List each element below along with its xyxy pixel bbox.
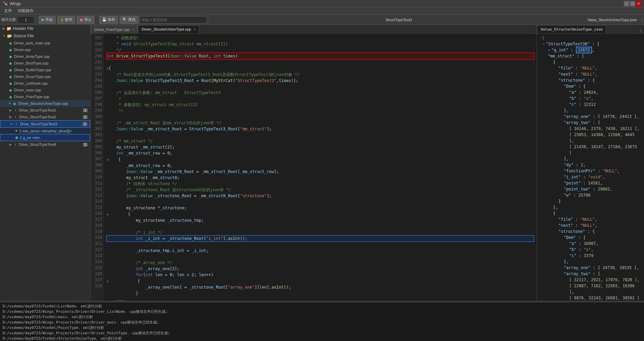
file-driver-auto-main[interactable]: ◉ Driver_auto_main.cpp [0,40,90,46]
json-structone: "Dem" : { "a" : 24024, "b" : "u", "c" : … [558,83,641,198]
cpp-icon: ◉ [8,54,13,59]
left-panel: ▶ 📁 Header File ▼ 📂 Source File ◉ Driver… [0,25,91,301]
expand-icon[interactable]: ⟩ [641,17,643,22]
mm-struct-param[interactable]: ✦ 1 mm_struct <structmy_struct[]> [0,128,90,134]
json-dem2: "a" : 16987, "b" : "x", "c" : 3379 [564,241,641,259]
json-tab-label: Value_StructorUnionType.json [541,27,603,32]
pause-button[interactable]: ⏸ 暂停 [57,16,75,24]
right-panel: Value_StructorUnionType.json ⟩ -{ →"Stru… [537,25,644,301]
toolbar-sep1 [36,16,37,23]
close-icon[interactable]: × [194,28,196,31]
menu-file[interactable]: 文件 [1,7,15,14]
test4-item[interactable]: ▶ Ⅰ Drive_StructTypeTest4 1 [0,141,90,148]
maximize-btn[interactable]: □ [630,1,635,6]
mm-struct-label: 1 mm_struct <structmy_struct[]> [19,129,72,133]
cpp-icon: ◉ [8,88,13,92]
file-listnode[interactable]: ◉ Driver_ListNode.cpp [0,80,90,87]
menubar: 文件 功能操作 [0,7,644,15]
json-array-two: [ 16146, 2379, 7430, 16211 ], [ 25053, 1… [564,126,641,156]
func-icon: Ⅰ [13,142,18,147]
search-button[interactable]: 🔍 查找 [119,16,139,24]
file-builtin-type[interactable]: ◉ Driver_BuiltinType.cpp [0,67,90,73]
g-int-param[interactable]: ◉ 2 g_int <int> [0,134,90,141]
json-array-two2: [ 32117, 2921, 17076, 7820 ], [ 22087, 7… [564,277,641,301]
cpp-icon: ◉ [8,61,13,66]
pause-icon: ⏸ [60,18,64,22]
file-label: Driver_EnumType.cpp [14,75,51,79]
collapse-arrow-header: ▶ [3,27,5,30]
file-driver[interactable]: ◉ Driver.cpp [0,46,90,53]
menu-operations[interactable]: 功能操作 [15,7,36,14]
file-label: Driver_BuiltinType.cpp [14,68,51,72]
search-icon: 🔍 [122,17,127,22]
json-struct-test30-body: →"g_int" : 22672, "mm_struct" : [ { "fil… [542,47,641,301]
file-label: Driver_StructorUnionType.cpp [18,101,68,105]
test2-item[interactable]: ▶ Ⅰ Drive_StructTypeTest2 1 [0,114,90,120]
json-tab[interactable]: Value_StructorUnionType.json [537,25,606,33]
test3-item[interactable]: ▼ Ⅰ Drive_StructTypeTest3 1 [0,120,90,128]
run-count-label: 循环次数 [1,17,16,22]
json-mm-struct-item1: "file" : "NULL", "next" : "NULL", "struc… [553,216,641,301]
file-label: Driver_auto_main.cpp [14,41,50,45]
test4-badge: 1 [83,143,88,146]
toolbar-sep2 [97,16,97,23]
expand-right-btn[interactable]: ⟩ [638,29,644,33]
expand-arrow: ▶ [9,109,12,112]
file-structor-union-type[interactable]: ▼ ◉ Driver_StructorUnionType.cpp [0,100,90,107]
tab-label: Driver_PointType.cpp [94,28,130,32]
json-dem: "a" : 24024, "b" : "u", "c" : 12312 [564,89,641,108]
cpp-icon: ◉ [8,94,13,99]
file-label: Driver_ListNode.cpp [14,81,48,85]
file-main[interactable]: ◉ Driver_main.cpp [0,87,90,93]
folder-open-icon: 📂 [7,34,12,38]
file-label: Driver_ArrayType.cpp [14,54,50,58]
file-point-type[interactable]: ◉ Driver_PointType.cpp [0,93,90,100]
cpp-icon: ◉ [8,81,13,86]
editor-tab-bar: Driver_PointType.cpp × Driver_StructorUn… [91,25,537,34]
tab-structoruniontype[interactable]: Driver_StructorUnionType.cpp × [138,25,199,33]
test4-label: Drive_StructTypeTest4 [19,142,56,146]
expand-arrow: ▶ [9,115,12,119]
close-icon[interactable]: × [132,28,134,31]
save-icon: 💾 [102,17,107,22]
main-layout: ▶ 📁 Header File ▼ 📂 Source File ◉ Driver… [0,25,644,301]
cpp-icon: ◉ [8,41,13,45]
cpp-icon: ◉ [12,101,17,106]
file-bool-type[interactable]: ◉ Driver_BoolType.cpp [0,60,90,67]
panel2-label: Value_StructorUnionType.json [587,18,637,22]
expand-arrow: ▶ [9,143,12,146]
expand-arrow: ▼ [8,102,11,105]
start-button[interactable]: ▶ 开始 [39,16,56,24]
stop-button[interactable]: ⏹ 停止 [77,16,95,24]
app-icon: 🪶 [3,1,8,6]
search-input[interactable] [140,16,207,24]
run-count-input[interactable]: 1 [17,16,34,24]
param-icon2: ◉ [15,135,18,140]
minimize-btn[interactable]: ─ [624,1,629,6]
json-structone2: "Dem" : { "a" : 16987, "b" : "x", "c" : … [558,235,641,301]
source-file-section[interactable]: ▼ 📂 Source File [0,32,90,40]
json-struct-test30: →"StructTypeTest30" : { →"g_int" : 22672… [540,41,641,301]
stop-icon: ⏹ [80,18,83,22]
test3-label: Drive_StructTypeTest3 [20,122,57,126]
center-panel: Driver_PointType.cpp × Driver_StructorUn… [91,25,537,301]
output-panel: D:/vsdemo/day0723/FunXml/ListNode. xml进行… [0,302,644,341]
code-content[interactable]: * 函数原型: * void StructTypeTest3(my_struct… [104,34,537,301]
g-int-value: 22672 [576,47,592,53]
file-array-type[interactable]: ◉ Driver_ArrayType.cpp [0,53,90,60]
output-line: D:/vsdemo/day0723/FunXml/PointType. xml进… [3,325,641,331]
cpp-icon: ◉ [8,74,13,79]
file-enum-type[interactable]: ◉ Driver_EnumType.cpp [0,73,90,80]
func-icon: Ⅰ [14,122,19,126]
close-btn[interactable]: ✕ [636,1,641,6]
tab-pointtype[interactable]: Driver_PointType.cpp × [91,25,138,33]
output-line: D:/vsdemo/day0723/Wings_Projects/Driver/… [3,331,641,336]
expand-arrow: ▼ [10,122,13,126]
test1-item[interactable]: ▶ Ⅰ Drive_StructTypeTest1 1 [0,107,90,114]
func-icon: Ⅰ [13,108,18,113]
header-file-section[interactable]: ▶ 📁 Header File [0,25,90,32]
file-label: Driver_BoolType.cpp [14,61,48,65]
save-button[interactable]: 💾 保存 [99,16,118,24]
file-label: Driver_PointType.cpp [14,95,49,99]
output-line: D:/vsdemo/day0723/FunXml/ListNode. xml进行… [3,304,641,309]
